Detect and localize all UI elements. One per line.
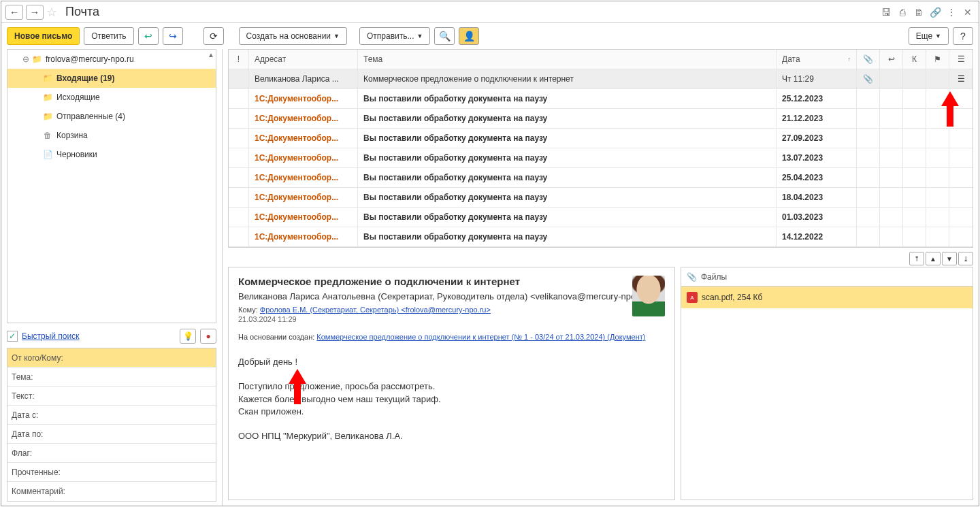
preview-based-link[interactable]: Коммерческое предложение о подключении к… bbox=[316, 333, 645, 341]
filter-flag[interactable]: Флаг: bbox=[7, 448, 216, 458]
filter-date-to[interactable]: Дата по: bbox=[7, 429, 216, 439]
cell-note: ☰ bbox=[949, 69, 973, 88]
folder-label: Отправленные (4) bbox=[56, 112, 125, 121]
cell-date: 18.04.2023 bbox=[777, 188, 857, 207]
folder-icon: 📁 bbox=[31, 54, 43, 64]
filter-comment[interactable]: Комментарий: bbox=[7, 487, 216, 496]
print-icon[interactable]: ⎙ bbox=[896, 5, 909, 19]
message-row[interactable]: 1С:Документообор...Вы поставили обработк… bbox=[229, 188, 973, 208]
favorite-star-icon[interactable]: ☆ bbox=[46, 5, 57, 20]
preview-based-on: На основании создан: Коммерческое предло… bbox=[238, 333, 665, 341]
folder-outbox[interactable]: 📁 Исходящие bbox=[7, 88, 216, 107]
cell-attach bbox=[857, 188, 880, 207]
filter-subject[interactable]: Тема: bbox=[7, 372, 216, 382]
record-button[interactable]: ● bbox=[200, 329, 216, 344]
col-from[interactable]: Адресат bbox=[249, 50, 358, 69]
folder-sent[interactable]: 📁 Отправленные (4) bbox=[7, 107, 216, 126]
pager-up[interactable]: ▲ bbox=[926, 252, 941, 265]
scroll-up-icon[interactable]: ▲ bbox=[208, 51, 214, 59]
cell-from: 1С:Документообор... bbox=[249, 188, 358, 207]
file-item[interactable]: A scan.pdf, 254 Кб bbox=[681, 287, 973, 308]
hint-button[interactable]: 💡 bbox=[180, 329, 196, 344]
message-row[interactable]: 1С:Документообор...Вы поставили обработк… bbox=[229, 148, 973, 168]
cell-subject: Коммерческое предложение о подключении к… bbox=[358, 69, 777, 88]
folder-drafts[interactable]: 📄 Черновики bbox=[7, 145, 216, 164]
more-button[interactable]: Еще▼ bbox=[909, 27, 949, 45]
col-attach[interactable]: 📎 bbox=[857, 50, 880, 69]
cell-important bbox=[229, 227, 249, 246]
folder-label: Входящие (19) bbox=[56, 73, 115, 83]
cell-flag bbox=[926, 188, 949, 207]
cell-k bbox=[903, 148, 926, 167]
message-row[interactable]: 1С:Документообор...Вы поставили обработк… bbox=[229, 227, 973, 247]
message-row[interactable]: 1С:Документообор...Вы поставили обработк… bbox=[229, 89, 973, 109]
quick-search-link[interactable]: Быстрый поиск bbox=[22, 331, 79, 341]
col-date[interactable]: Дата↑ bbox=[777, 50, 857, 69]
send-button[interactable]: Отправить...▼ bbox=[359, 27, 430, 45]
col-note[interactable]: ☰ bbox=[949, 50, 973, 69]
message-row[interactable]: 1С:Документообор...Вы поставили обработк… bbox=[229, 168, 973, 188]
new-letter-button[interactable]: Новое письмо bbox=[7, 27, 80, 45]
message-row[interactable]: Великанова Лариса ...Коммерческое предло… bbox=[229, 69, 973, 89]
col-k[interactable]: К bbox=[903, 50, 926, 69]
col-important[interactable]: ! bbox=[229, 50, 249, 69]
titlebar: ← → ☆ Почта 🖫 ⎙ 🗎 🔗 ⋮ ✕ bbox=[1, 1, 979, 23]
col-reply[interactable]: ↩ bbox=[880, 50, 903, 69]
folder-inbox[interactable]: 📁 Входящие (19) bbox=[7, 69, 216, 88]
kebab-menu-icon[interactable]: ⋮ bbox=[945, 5, 958, 19]
forward-button[interactable]: ↪ bbox=[163, 27, 183, 45]
cell-subject: Вы поставили обработку документа на пауз… bbox=[358, 129, 777, 148]
pager-first[interactable]: ⤒ bbox=[909, 252, 924, 265]
save-icon[interactable]: 🖫 bbox=[879, 5, 893, 19]
message-row[interactable]: 1С:Документообор...Вы поставили обработк… bbox=[229, 129, 973, 148]
cell-date: 25.04.2023 bbox=[777, 168, 857, 187]
filter-date-from[interactable]: Дата с: bbox=[7, 410, 216, 420]
quick-search-checkbox[interactable]: ✓ bbox=[7, 331, 18, 342]
preview-to-link[interactable]: Фролова Е.М. (Секретариат, Секретарь) <f… bbox=[260, 306, 491, 314]
message-row[interactable]: 1С:Документообор...Вы поставили обработк… bbox=[229, 208, 973, 227]
file-name: scan.pdf, 254 Кб bbox=[702, 293, 762, 302]
close-icon[interactable]: ✕ bbox=[961, 5, 975, 19]
cell-date: Чт 11:29 bbox=[777, 69, 857, 88]
cell-important bbox=[229, 168, 249, 187]
cell-attach bbox=[857, 89, 880, 108]
cell-k bbox=[903, 188, 926, 207]
col-flag[interactable]: ⚑ bbox=[926, 50, 949, 69]
cell-reply bbox=[880, 188, 903, 207]
cell-from: 1С:Документообор... bbox=[249, 148, 358, 167]
col-subject[interactable]: Тема bbox=[358, 50, 777, 69]
preview-subject: Коммерческое предложение о подключении к… bbox=[238, 276, 665, 287]
cell-subject: Вы поставили обработку документа на пауз… bbox=[358, 89, 777, 108]
search-button[interactable]: 🔍 bbox=[434, 27, 455, 45]
help-button[interactable]: ? bbox=[953, 27, 973, 45]
nav-back-button[interactable]: ← bbox=[5, 5, 23, 20]
cell-from: 1С:Документообор... bbox=[249, 129, 358, 148]
cell-k bbox=[903, 69, 926, 88]
contacts-button[interactable]: 👤 bbox=[459, 27, 479, 45]
cell-attach bbox=[857, 129, 880, 148]
folder-root[interactable]: ⊖ 📁 frolova@mercury-npo.ru bbox=[7, 50, 216, 69]
preview-timestamp: 21.03.2024 11:29 bbox=[238, 315, 665, 323]
filter-read[interactable]: Прочтенные: bbox=[7, 468, 216, 477]
message-row[interactable]: 1С:Документообор...Вы поставили обработк… bbox=[229, 109, 973, 129]
cell-reply bbox=[880, 148, 903, 167]
refresh-button[interactable]: ⟳ bbox=[203, 27, 224, 45]
link-icon[interactable]: 🔗 bbox=[928, 5, 942, 19]
cell-reply bbox=[880, 69, 903, 88]
message-list-header: ! Адресат Тема Дата↑ 📎 ↩ К ⚑ ☰ bbox=[229, 50, 973, 69]
reply-button[interactable]: Ответить bbox=[84, 27, 133, 45]
cell-note bbox=[949, 188, 973, 207]
cell-from: Великанова Лариса ... bbox=[249, 69, 358, 88]
document-icon[interactable]: 🗎 bbox=[912, 5, 926, 19]
filter-from-to[interactable]: От кого/Кому: bbox=[7, 353, 216, 363]
create-based-button[interactable]: Создать на основании▼ bbox=[239, 27, 347, 45]
cell-flag bbox=[926, 208, 949, 227]
folder-trash[interactable]: 🗑 Корзина bbox=[7, 126, 216, 145]
collapse-icon[interactable]: ⊖ bbox=[21, 54, 31, 64]
pager-down[interactable]: ▼ bbox=[942, 252, 957, 265]
nav-forward-button[interactable]: → bbox=[26, 5, 44, 20]
filter-text[interactable]: Текст: bbox=[7, 391, 216, 401]
reply-all-button[interactable]: ↩ bbox=[138, 27, 159, 45]
pager-last[interactable]: ⤓ bbox=[958, 252, 973, 265]
sender-avatar bbox=[632, 276, 665, 316]
